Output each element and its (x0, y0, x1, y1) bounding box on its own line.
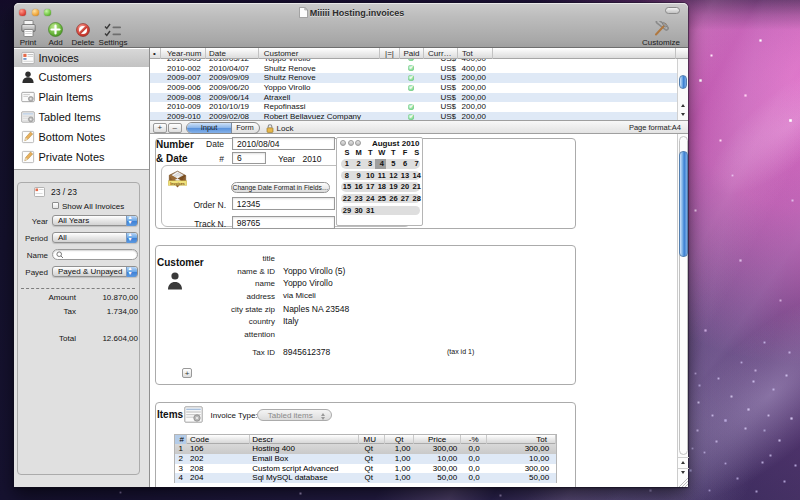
svg-text:Invoices: Invoices (170, 181, 184, 185)
